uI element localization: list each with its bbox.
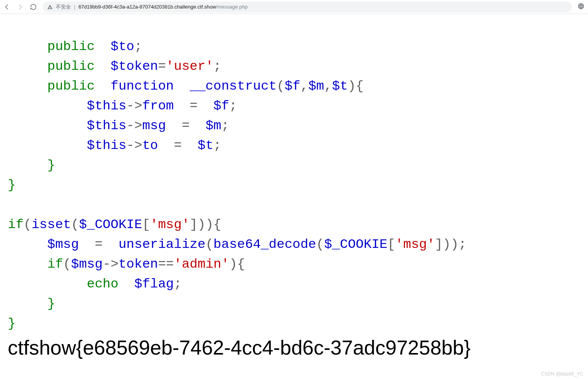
flag-output: ctfshow{e68569eb-7462-4cc4-bd6c-37adc972… <box>0 334 588 359</box>
code-line: if(isset($_COOKIE['msg'])){ <box>8 217 221 232</box>
forward-button[interactable] <box>16 3 24 11</box>
code-line: } <box>8 296 55 311</box>
code-line: if($msg->token=='admin'){ <box>8 257 245 272</box>
code-line: $this->msg = $m; <box>8 118 229 133</box>
url-text: 67d19bb9-d36f-4c3a-a12a-87074d20381b.cha… <box>78 4 248 10</box>
code-line: } <box>8 158 55 173</box>
back-button[interactable] <box>3 3 11 11</box>
code-line: public $token='user'; <box>8 59 221 74</box>
insecure-label: 不安全 <box>56 3 71 10</box>
code-line: } <box>8 316 16 331</box>
reload-button[interactable] <box>29 3 37 11</box>
code-line: $this->from = $f; <box>8 99 237 113</box>
code-line: public function __construct($f,$m,$t){ <box>8 79 364 93</box>
separator: | <box>74 4 75 10</box>
watermark: CSDN @blackK_YC <box>541 371 583 377</box>
code-line: $msg = unserialize(base64_decode($_COOKI… <box>8 237 466 252</box>
code-line <box>8 197 16 212</box>
code-line: $this->to = $t; <box>8 138 221 153</box>
code-line: public $to; <box>8 39 142 54</box>
address-bar[interactable]: 不安全 | 67d19bb9-d36f-4c3a-a12a-87074d2038… <box>43 2 572 12</box>
warning-icon <box>47 4 53 10</box>
code-line: echo $flag; <box>8 277 182 291</box>
browser-toolbar: 不安全 | 67d19bb9-d36f-4c3a-a12a-87074d2038… <box>0 0 588 14</box>
code-viewport: public $to; public $token='user'; public… <box>0 14 588 334</box>
code-line: } <box>8 178 16 192</box>
translate-icon[interactable] <box>577 3 585 11</box>
